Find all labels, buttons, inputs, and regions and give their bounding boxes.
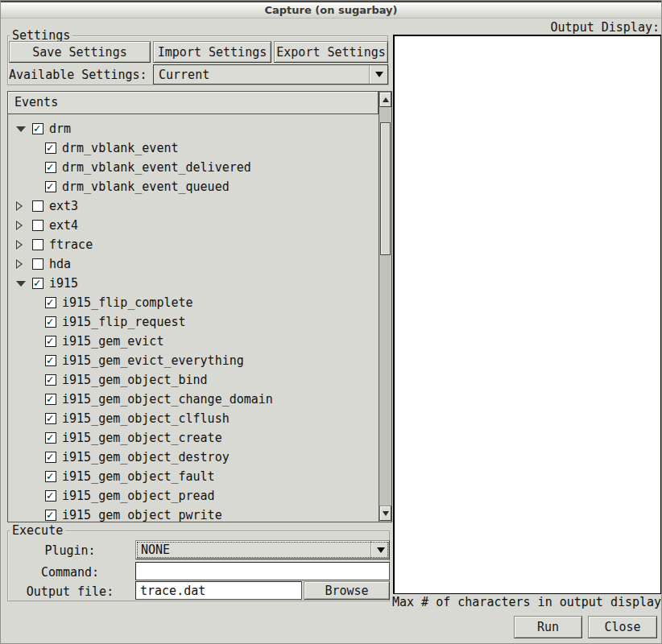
event-label: i915_gem_evict [62,334,163,349]
event-checkbox[interactable] [45,510,56,521]
browse-button[interactable]: Browse [304,581,390,600]
output-file-value: trace.dat [140,584,205,598]
close-button[interactable]: Close [588,616,657,638]
event-label: i915_gem_object_destroy [62,450,230,464]
event-checkbox[interactable] [45,142,56,154]
expander-open-icon[interactable] [16,281,32,287]
triangle-icon [16,240,23,250]
expander-closed-icon[interactable] [16,259,32,269]
tree-row[interactable]: i915_gem_object_fault [8,467,379,486]
expander-closed-icon[interactable] [16,201,32,211]
triangle-icon [16,259,23,269]
event-checkbox[interactable] [45,432,56,444]
event-checkbox[interactable] [45,413,56,424]
events-tree: drmdrm_vblank_eventdrm_vblank_event_deli… [8,114,379,522]
tree-row[interactable]: drm_vblank_event [8,138,379,158]
event-checkbox[interactable] [32,239,43,250]
chevron-down-icon [377,547,385,553]
scrollbar-thumb[interactable] [380,122,391,255]
tree-row[interactable]: hda [8,254,379,274]
export-settings-button[interactable]: Export Settings [274,41,388,63]
close-label: Close [604,620,640,634]
combo-arrow-zone[interactable] [370,65,387,84]
event-checkbox[interactable] [45,374,56,386]
import-settings-button[interactable]: Import Settings [153,41,271,63]
event-checkbox[interactable] [45,471,56,482]
event-checkbox[interactable] [45,316,56,328]
event-label: hda [49,257,71,271]
event-label: i915_gem_object_pread [62,489,215,503]
events-panel: Events drmdrm_vblank_eventdrm_vblank_eve… [7,91,392,522]
command-input[interactable] [135,562,390,580]
command-label: Command: [10,565,130,580]
run-button[interactable]: Run [514,616,582,638]
output-display-area[interactable] [393,35,661,594]
settings-frame-label: Settings [10,29,72,42]
event-checkbox[interactable] [32,258,43,270]
event-checkbox[interactable] [45,394,56,405]
available-settings-value: Current [154,68,370,82]
event-checkbox[interactable] [45,452,56,463]
event-checkbox[interactable] [32,220,43,231]
tree-row[interactable]: ext4 [8,216,379,235]
triangle-icon [16,221,23,230]
events-header-label: Events [14,95,58,109]
event-label: drm_vblank_event_delivered [62,160,251,175]
title-bar[interactable]: Capture (on sugarbay) [1,1,661,19]
combo-arrow-zone[interactable] [371,541,389,559]
tree-row[interactable]: i915_gem_evict [8,332,379,351]
event-checkbox[interactable] [45,490,56,502]
scroll-up-button[interactable] [379,92,391,107]
tree-row[interactable]: i915_gem_object_pread [8,486,379,506]
tree-row[interactable]: i915_flip_request [8,312,379,332]
arrow-down-icon [383,511,389,516]
expander-closed-icon[interactable] [16,240,32,250]
chevron-down-icon [375,72,383,77]
event-checkbox[interactable] [32,200,43,212]
scroll-down-button[interactable] [379,506,391,521]
event-label: ftrace [49,237,93,252]
event-checkbox[interactable] [45,181,56,192]
import-settings-label: Import Settings [158,45,267,60]
tree-row[interactable]: i915_gem_object_create [8,428,379,448]
tree-row[interactable]: i915 [8,274,379,293]
event-label: i915_flip_request [62,315,186,329]
tree-row[interactable]: drm [8,119,379,138]
tree-row[interactable]: i915_gem_object_bind [8,370,379,390]
tree-row[interactable]: drm_vblank_event_delivered [8,158,379,177]
output-file-label: Output file: [10,584,130,599]
event-label: i915_gem_object_create [62,431,222,445]
expander-open-icon[interactable] [16,126,32,132]
tree-row[interactable]: ftrace [8,235,379,254]
available-settings-combo[interactable]: Current [153,64,388,85]
max-chars-label: Max # of characters in output display [392,595,661,609]
event-label: ext3 [49,199,78,213]
save-settings-label: Save Settings [32,45,126,60]
window-title: Capture (on sugarbay) [264,4,397,16]
events-column-header[interactable]: Events [8,92,379,114]
plugin-combo[interactable]: NONE [135,540,390,559]
tree-row[interactable]: ext3 [8,196,379,216]
event-checkbox[interactable] [45,336,56,347]
event-checkbox[interactable] [32,123,43,134]
export-settings-label: Export Settings [276,45,385,60]
tree-row[interactable]: i915_gem_object_change_domain [8,390,379,409]
event-checkbox[interactable] [45,162,56,173]
tree-row[interactable]: i915_gem_object_destroy [8,448,379,467]
event-label: ext4 [49,218,78,233]
browse-label: Browse [325,584,368,598]
output-file-input[interactable]: trace.dat [135,581,302,600]
run-label: Run [537,620,559,634]
tree-row[interactable]: i915_gem_object_clflush [8,409,379,428]
tree-row[interactable]: drm_vblank_event_queued [8,177,379,196]
save-settings-button[interactable]: Save Settings [9,41,151,63]
events-scrollbar[interactable] [379,92,391,522]
event-checkbox[interactable] [32,278,43,289]
event-checkbox[interactable] [45,355,56,366]
output-display-label: Output Display: [323,20,660,35]
tree-row[interactable]: i915_gem_evict_everything [8,351,379,370]
tree-row[interactable]: i915_gem_object_pwrite [8,506,379,522]
expander-closed-icon[interactable] [16,221,32,230]
tree-row[interactable]: i915_flip_complete [8,293,379,312]
event-checkbox[interactable] [45,297,56,308]
